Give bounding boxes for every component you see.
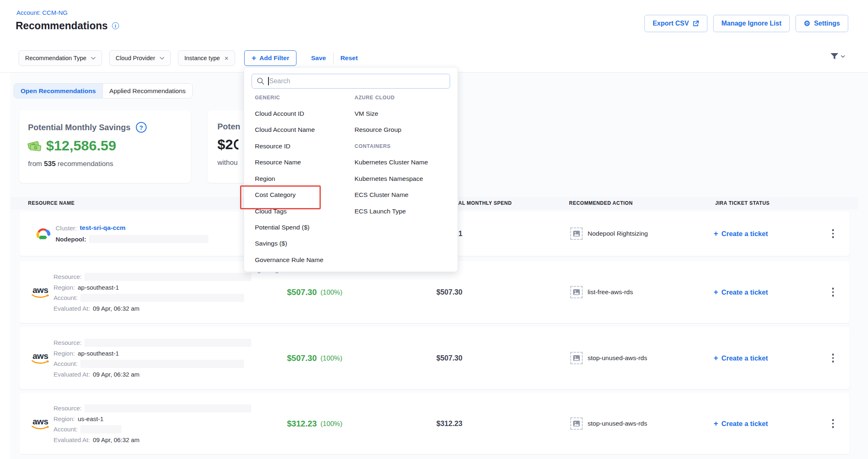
chip-label: Instance type: [184, 55, 220, 61]
help-icon[interactable]: ?: [136, 122, 147, 133]
evaluated-value: 09 Apr, 06:32 am: [93, 436, 139, 443]
info-icon[interactable]: i: [112, 22, 119, 29]
monthly-spend-value: $507.30: [397, 327, 462, 389]
recommendations-tabs: Open Recommendations Applied Recommendat…: [14, 83, 193, 98]
plus-icon: +: [714, 354, 718, 363]
chip-label: Cloud Provider: [116, 55, 155, 61]
filter-chip-instance-type[interactable]: Instance type ×: [178, 50, 235, 66]
savings-count: 535: [44, 160, 56, 168]
region-label: Region:: [54, 350, 75, 357]
evaluated-label: Evaluated At:: [54, 305, 90, 312]
header-actions: Export CSV Manage Ignore List ⚙ Settings: [644, 15, 848, 32]
add-filter-button[interactable]: + Add Filter: [244, 50, 296, 66]
filter-option[interactable]: Savings ($): [255, 235, 287, 252]
image-placeholder-icon: [570, 352, 583, 364]
savings-subtext-suffix: recommendations: [58, 160, 113, 168]
create-ticket-button[interactable]: + Create a ticket: [714, 261, 768, 323]
card-title-fragment: Poten: [217, 122, 240, 131]
filter-option[interactable]: VM Size: [355, 105, 378, 122]
filter-option[interactable]: Cloud Account Name: [255, 122, 315, 138]
tab-applied-recommendations[interactable]: Applied Recommendations: [103, 84, 192, 98]
add-filter-dropdown: GENERIC Cloud Account ID Cloud Account N…: [244, 67, 458, 272]
cluster-link[interactable]: test-sri-qa-ccm: [80, 224, 126, 232]
potential-monthly-savings-card: Potential Monthly Savings ? $12,586.59 f…: [19, 110, 191, 183]
settings-label: Settings: [814, 20, 840, 27]
kebab-menu-icon[interactable]: [828, 393, 838, 454]
filter-section-header: GENERIC: [255, 94, 280, 101]
filter-search-input[interactable]: [252, 74, 450, 89]
column-jira-ticket-status: JIRA TICKET STATUS: [715, 197, 770, 209]
create-ticket-button[interactable]: + Create a ticket: [714, 393, 768, 454]
funnel-icon: [830, 53, 839, 60]
resource-label: Resource:: [54, 273, 82, 280]
account-label: Account:: [54, 360, 77, 367]
region-value: us-east-1: [78, 415, 104, 422]
manage-ignore-list-button[interactable]: Manage Ignore List: [713, 15, 790, 32]
filter-option[interactable]: Resource Group: [355, 122, 401, 138]
image-placeholder-icon: [570, 286, 583, 298]
filter-option[interactable]: ECS Cluster Name: [355, 187, 408, 203]
filter-option[interactable]: Potential Spend ($): [255, 219, 310, 236]
region-value: ap-southeast-1: [78, 350, 119, 357]
breadcrumb-account-link[interactable]: Account: CCM-NG: [16, 9, 68, 16]
filter-chip-cloud-provider[interactable]: Cloud Provider: [109, 50, 171, 66]
aws-icon: aws: [30, 261, 51, 323]
save-filter-button[interactable]: Save: [311, 54, 326, 62]
create-ticket-button[interactable]: + Create a ticket: [714, 327, 768, 389]
column-resource-name: RESOURCE NAME: [28, 197, 75, 209]
aws-icon: aws: [30, 393, 51, 454]
chevron-down-icon: [841, 55, 845, 58]
filter-option[interactable]: Cloud Account ID: [255, 105, 304, 122]
column-total-monthly-spend: AL MONTHLY SPEND: [458, 197, 512, 209]
kebab-menu-icon[interactable]: [828, 261, 838, 323]
manage-ignore-list-label: Manage Ignore List: [721, 20, 782, 27]
table-row: aws Resource: Region:us-east-1 Account: …: [19, 393, 849, 454]
card-subtext-fragment: withou: [217, 159, 238, 166]
action-label: list-free-aws-rds: [588, 288, 633, 296]
monthly-savings-value: $312.23(100%): [287, 393, 343, 454]
plus-icon: +: [714, 288, 718, 297]
export-csv-button[interactable]: Export CSV: [644, 15, 707, 32]
cost-category-highlight: [240, 185, 321, 209]
filter-option[interactable]: Kubernetes Namespace: [355, 171, 423, 187]
tab-open-recommendations[interactable]: Open Recommendations: [14, 84, 103, 98]
remove-chip-icon[interactable]: ×: [224, 55, 229, 62]
external-link-icon: [693, 20, 699, 27]
filter-option[interactable]: Kubernetes Cluster Name: [355, 154, 428, 171]
chevron-down-icon: [91, 57, 96, 60]
monthly-savings-value: $507.30(100%): [287, 327, 343, 389]
export-csv-label: Export CSV: [653, 20, 689, 27]
reset-filter-button[interactable]: Reset: [341, 54, 358, 62]
filter-funnel-button[interactable]: [830, 53, 845, 60]
create-ticket-label: Create a ticket: [721, 420, 768, 428]
redacted-value: [84, 339, 251, 347]
aws-icon: aws: [30, 327, 51, 389]
column-recommended-action: RECOMMENDED ACTION: [569, 197, 633, 209]
settings-button[interactable]: ⚙ Settings: [796, 15, 848, 32]
plus-icon: +: [714, 419, 718, 428]
image-placeholder-icon: [570, 227, 583, 240]
cluster-label: Cluster:: [56, 225, 77, 232]
savings-amount: $12,586.59: [46, 138, 116, 154]
filter-option[interactable]: Region: [255, 171, 275, 187]
recommended-action: stop-unused-aws-rds: [570, 327, 647, 389]
filter-option[interactable]: ECS Launch Type: [355, 203, 406, 220]
resource-label: Resource:: [54, 405, 82, 412]
add-filter-label: Add Filter: [259, 54, 289, 62]
spend-amount-fragment: $2: [217, 136, 233, 152]
kebab-menu-icon[interactable]: [828, 327, 838, 389]
create-ticket-button[interactable]: + Create a ticket: [714, 211, 768, 256]
savings-subtext: from: [28, 160, 42, 168]
filter-option[interactable]: Resource Name: [255, 154, 301, 171]
filter-option[interactable]: Governance Rule Name: [255, 252, 323, 268]
gcp-icon: [34, 211, 51, 256]
redacted-value: [84, 404, 251, 412]
redacted-value: [89, 235, 208, 243]
filter-chip-recommendation-type[interactable]: Recommendation Type: [19, 50, 102, 66]
kebab-menu-icon[interactable]: [828, 211, 838, 256]
action-label: stop-unused-aws-rds: [588, 354, 647, 362]
filter-option[interactable]: Resource ID: [255, 138, 290, 155]
evaluated-value: 09 Apr, 06:32 am: [93, 305, 139, 312]
monthly-spend-value: $312.23: [397, 393, 462, 454]
gear-icon: ⚙: [804, 20, 810, 27]
